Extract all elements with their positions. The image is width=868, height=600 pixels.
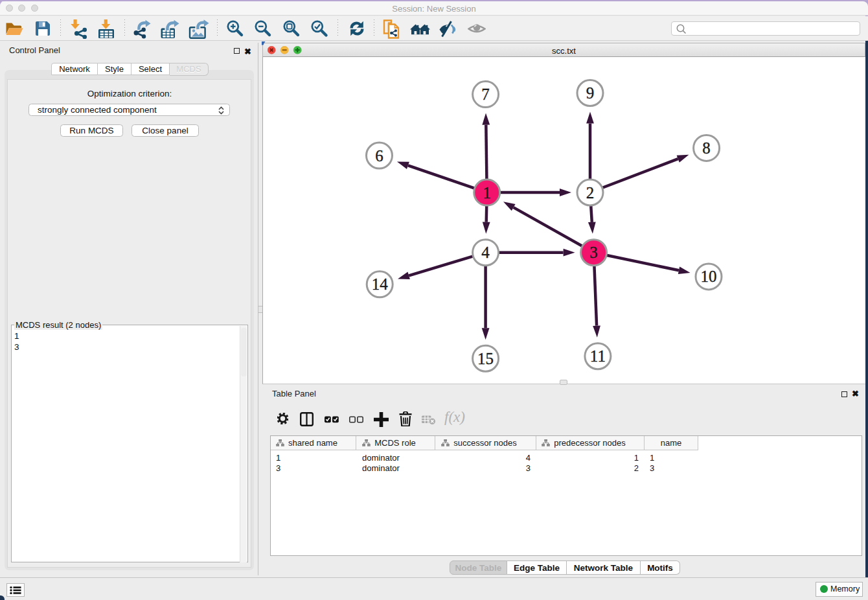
svg-text:3: 3 — [589, 244, 598, 261]
svg-text:14: 14 — [372, 275, 389, 293]
svg-text:11: 11 — [590, 347, 606, 365]
svg-text:10: 10 — [701, 268, 717, 285]
svg-text:15: 15 — [477, 350, 494, 367]
svg-text:1: 1 — [483, 184, 491, 202]
svg-text:7: 7 — [481, 86, 490, 103]
svg-text:8: 8 — [702, 139, 711, 157]
svg-text:4: 4 — [481, 244, 490, 261]
svg-text:9: 9 — [586, 84, 595, 102]
svg-text:2: 2 — [586, 184, 595, 202]
svg-text:6: 6 — [375, 147, 383, 165]
